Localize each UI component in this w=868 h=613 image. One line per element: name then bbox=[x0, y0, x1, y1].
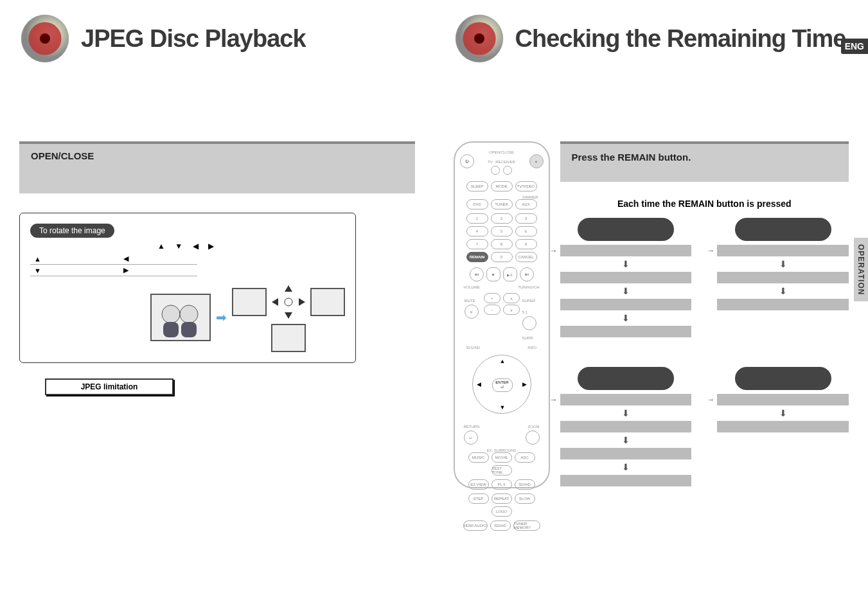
cancel-button[interactable]: CANCEL bbox=[515, 252, 537, 262]
page-title: JPEG Disc Playback bbox=[81, 25, 306, 53]
play-pause-button[interactable]: ▶II bbox=[503, 267, 517, 281]
page-title: Checking the Remaining Time bbox=[515, 25, 846, 53]
vol-up-button[interactable]: + bbox=[484, 293, 500, 303]
asc-button[interactable]: ASC bbox=[515, 452, 535, 463]
sequence-bar bbox=[717, 299, 849, 310]
arrow-down-icon: ⬇ bbox=[560, 462, 692, 472]
movie-button[interactable]: MOVIE bbox=[492, 452, 512, 463]
operation-side-tab: OPERATION bbox=[854, 238, 868, 301]
nav-up-icon: ▲ bbox=[500, 358, 506, 364]
mute-label: MUTE bbox=[465, 299, 475, 303]
enter-button[interactable]: ENTER⏎ bbox=[492, 378, 513, 392]
logo-button[interactable]: LOGO bbox=[492, 506, 512, 517]
arrow-right-icon: → bbox=[550, 246, 558, 255]
nav-right-icon: ▶ bbox=[522, 381, 527, 387]
sequence-bar bbox=[560, 448, 692, 459]
enter-label: ENTER bbox=[495, 380, 508, 384]
tvvideo-button[interactable]: TV/VIDEO bbox=[515, 181, 537, 191]
return-button[interactable]: ↩ bbox=[464, 431, 478, 445]
sequence-column: → ⬇ ⬇ ⬇ bbox=[560, 218, 692, 341]
dvd-button[interactable]: DVD bbox=[466, 199, 488, 209]
stop-button[interactable]: ■ bbox=[486, 267, 500, 281]
open-close-button[interactable]: ▲ bbox=[529, 154, 544, 168]
step-button[interactable]: STEP bbox=[468, 493, 489, 504]
sequence-header-pill bbox=[735, 218, 831, 241]
cell-down: ▼ bbox=[30, 265, 120, 276]
svg-marker-8 bbox=[285, 312, 292, 319]
sequence-column: → ⬇ ⬇ ⬇ bbox=[560, 367, 692, 490]
svg-point-11 bbox=[285, 298, 292, 306]
num-1[interactable]: 1 bbox=[466, 213, 488, 224]
num-0[interactable]: 0 bbox=[491, 252, 513, 262]
nav-left-icon: ◀ bbox=[477, 381, 481, 387]
zoom-button[interactable] bbox=[526, 431, 540, 445]
sequence-bar bbox=[717, 421, 849, 432]
info-label: INFO bbox=[527, 346, 536, 350]
num-5[interactable]: 5 bbox=[491, 226, 513, 236]
num-8[interactable]: 8 bbox=[491, 239, 513, 249]
svg-marker-10 bbox=[299, 298, 305, 306]
svg-point-14 bbox=[474, 33, 484, 44]
num-7[interactable]: 7 bbox=[466, 239, 488, 249]
rotate-image-tab: To rotate the image bbox=[30, 224, 114, 238]
arrow-down-icon: ⬇ bbox=[560, 313, 692, 323]
zoom-label: ZOOM bbox=[528, 425, 540, 429]
rotate-direction-table: ▲ ◀ ▼ ▶ bbox=[30, 253, 197, 276]
sequence-bar bbox=[717, 272, 849, 283]
sequence-bar bbox=[560, 272, 692, 283]
tv-indicator bbox=[491, 166, 500, 175]
num-9[interactable]: 9 bbox=[515, 239, 537, 249]
tv-label: TV bbox=[488, 160, 493, 164]
num-4[interactable]: 4 bbox=[466, 226, 488, 236]
receiver-indicator bbox=[503, 166, 512, 175]
rotate-illustration: ➡ bbox=[30, 283, 345, 352]
table-row: ▼ ▶ bbox=[30, 265, 197, 276]
receiver-label: RECEIVER bbox=[495, 160, 515, 164]
super51-button[interactable] bbox=[522, 316, 536, 330]
sequence-header-pill bbox=[735, 367, 831, 390]
super51-label: SUPER 5.1 bbox=[522, 299, 536, 314]
music-button[interactable]: MUSIC bbox=[468, 452, 489, 463]
tunermemory-button[interactable]: TUNER MEMORY bbox=[513, 520, 540, 531]
testtone-button[interactable]: TEST TONE bbox=[492, 465, 512, 475]
sequence-bar bbox=[560, 394, 692, 405]
sdhd-button[interactable]: SD/HD bbox=[515, 479, 535, 490]
next-button[interactable]: ⏭ bbox=[520, 267, 534, 281]
sample-photo-down bbox=[271, 324, 306, 352]
num-2[interactable]: 2 bbox=[491, 213, 513, 224]
num-3[interactable]: 3 bbox=[515, 213, 537, 224]
mode-button[interactable]: MODE bbox=[491, 181, 513, 191]
svg-point-4 bbox=[180, 305, 198, 323]
sequence-bar bbox=[560, 475, 692, 486]
svg-marker-7 bbox=[285, 285, 292, 292]
jpeg-limitation-box: JPEG limitation bbox=[45, 378, 173, 395]
mute-button[interactable]: ✕ bbox=[465, 305, 479, 319]
ch-up-button[interactable]: ∧ bbox=[503, 293, 520, 303]
language-badge: ENG bbox=[841, 39, 868, 54]
aux-button[interactable]: AUX bbox=[515, 199, 537, 209]
plii-button[interactable]: PL II bbox=[492, 479, 512, 490]
vol-down-button[interactable]: − bbox=[484, 305, 500, 315]
remain-button[interactable]: REMAIN bbox=[466, 252, 488, 262]
nav-pad[interactable]: ENTER⏎ ▲ ▼ ◀ ▶ bbox=[472, 355, 531, 414]
sample-photo-right bbox=[310, 288, 345, 316]
cell-right: ▶ bbox=[120, 265, 197, 276]
sequence-bar bbox=[717, 245, 849, 256]
ezview-button[interactable]: EZ VIEW bbox=[468, 479, 489, 490]
num-6[interactable]: 6 bbox=[515, 226, 537, 236]
hdmiaudio-button[interactable]: HDMI AUDIO bbox=[463, 520, 488, 531]
sleep-button[interactable]: SLEEP bbox=[466, 181, 488, 191]
rotate-image-panel: To rotate the image ▲ ▼ ◀ ▶ ▲ ◀ ▼ ▶ bbox=[19, 213, 356, 363]
ch-down-button[interactable]: ∨ bbox=[503, 305, 520, 315]
svg-rect-6 bbox=[181, 322, 197, 337]
svg-point-3 bbox=[162, 305, 180, 323]
power-button[interactable]: ⏻ bbox=[460, 154, 474, 168]
arrow-down-icon: ⬇ bbox=[560, 435, 692, 445]
tuner-button[interactable]: TUNER bbox=[491, 199, 513, 209]
slow-button[interactable]: SLOW bbox=[515, 493, 535, 504]
arrow-down-icon: ⬇ bbox=[560, 408, 692, 418]
repeat-button[interactable]: REPEAT bbox=[492, 493, 512, 504]
sdhd2-button[interactable]: SD/HD bbox=[490, 520, 511, 531]
prev-button[interactable]: ⏮ bbox=[470, 267, 484, 281]
jpeg-limitation-label: JPEG limitation bbox=[81, 382, 138, 391]
